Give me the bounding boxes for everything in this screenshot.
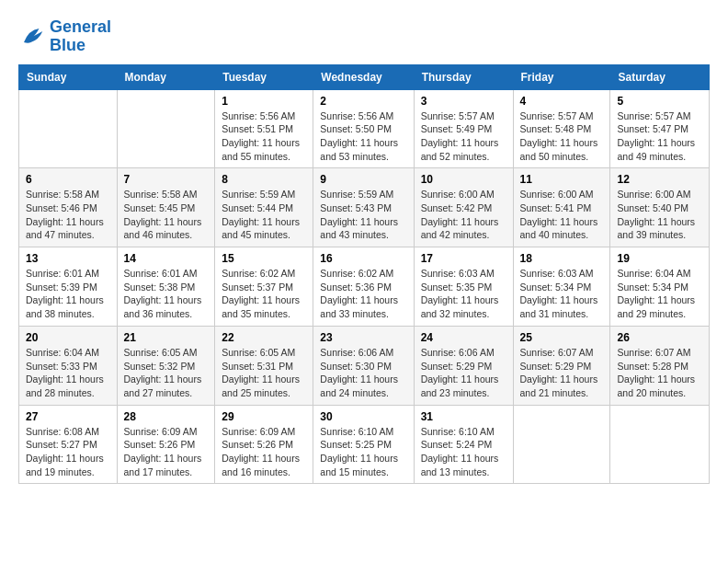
calendar-cell: 1Sunrise: 5:56 AM Sunset: 5:51 PM Daylig…	[215, 89, 313, 168]
day-number: 3	[421, 95, 506, 108]
day-number: 1	[222, 95, 306, 108]
calendar-cell: 20Sunrise: 6:04 AM Sunset: 5:33 PM Dayli…	[19, 326, 118, 405]
calendar-cell: 26Sunrise: 6:07 AM Sunset: 5:28 PM Dayli…	[610, 326, 710, 405]
calendar-cell	[117, 89, 215, 168]
day-of-week-header: Saturday	[610, 64, 710, 89]
calendar-cell: 22Sunrise: 6:05 AM Sunset: 5:31 PM Dayli…	[215, 326, 313, 405]
day-number: 8	[222, 173, 306, 186]
day-info: Sunrise: 6:02 AM Sunset: 5:37 PM Dayligh…	[222, 267, 306, 321]
calendar-cell: 31Sunrise: 6:10 AM Sunset: 5:24 PM Dayli…	[414, 405, 513, 484]
day-number: 12	[617, 173, 702, 186]
calendar-cell: 11Sunrise: 6:00 AM Sunset: 5:41 PM Dayli…	[513, 168, 610, 247]
calendar-cell: 14Sunrise: 6:01 AM Sunset: 5:38 PM Dayli…	[117, 247, 215, 327]
calendar-cell: 23Sunrise: 6:06 AM Sunset: 5:30 PM Dayli…	[313, 326, 414, 405]
calendar-cell: 6Sunrise: 5:58 AM Sunset: 5:46 PM Daylig…	[19, 168, 118, 247]
day-info: Sunrise: 6:10 AM Sunset: 5:24 PM Dayligh…	[421, 425, 506, 479]
calendar-cell: 2Sunrise: 5:56 AM Sunset: 5:50 PM Daylig…	[313, 89, 414, 168]
day-number: 17	[421, 252, 506, 265]
day-number: 22	[222, 331, 306, 344]
day-number: 27	[26, 410, 110, 423]
day-info: Sunrise: 6:09 AM Sunset: 5:26 PM Dayligh…	[124, 425, 209, 479]
day-number: 9	[320, 173, 406, 186]
calendar-header-row: SundayMondayTuesdayWednesdayThursdayFrid…	[19, 64, 710, 89]
day-number: 24	[421, 331, 506, 344]
day-info: Sunrise: 6:05 AM Sunset: 5:31 PM Dayligh…	[222, 346, 306, 400]
calendar-week-row: 27Sunrise: 6:08 AM Sunset: 5:27 PM Dayli…	[19, 405, 710, 484]
day-info: Sunrise: 5:57 AM Sunset: 5:47 PM Dayligh…	[617, 109, 702, 164]
day-info: Sunrise: 6:03 AM Sunset: 5:34 PM Dayligh…	[520, 267, 604, 321]
calendar-cell: 17Sunrise: 6:03 AM Sunset: 5:35 PM Dayli…	[414, 247, 513, 327]
day-info: Sunrise: 6:04 AM Sunset: 5:34 PM Dayligh…	[617, 267, 702, 321]
day-info: Sunrise: 5:57 AM Sunset: 5:48 PM Dayligh…	[520, 109, 604, 164]
calendar-cell	[513, 405, 610, 484]
calendar-cell	[610, 405, 710, 484]
day-info: Sunrise: 6:06 AM Sunset: 5:29 PM Dayligh…	[421, 346, 506, 400]
day-number: 16	[320, 252, 406, 265]
day-info: Sunrise: 5:59 AM Sunset: 5:44 PM Dayligh…	[222, 188, 306, 242]
day-number: 7	[124, 173, 209, 186]
day-info: Sunrise: 5:59 AM Sunset: 5:43 PM Dayligh…	[320, 188, 406, 242]
day-of-week-header: Sunday	[19, 64, 118, 89]
logo-text: General Blue	[50, 18, 111, 55]
calendar-cell: 15Sunrise: 6:02 AM Sunset: 5:37 PM Dayli…	[215, 247, 313, 327]
page-header: General Blue	[18, 18, 710, 55]
day-info: Sunrise: 6:00 AM Sunset: 5:41 PM Dayligh…	[520, 188, 604, 242]
day-info: Sunrise: 6:03 AM Sunset: 5:35 PM Dayligh…	[421, 267, 506, 321]
calendar-cell: 25Sunrise: 6:07 AM Sunset: 5:29 PM Dayli…	[513, 326, 610, 405]
day-info: Sunrise: 6:07 AM Sunset: 5:29 PM Dayligh…	[520, 346, 604, 400]
day-number: 6	[26, 173, 110, 186]
day-info: Sunrise: 6:07 AM Sunset: 5:28 PM Dayligh…	[617, 346, 702, 400]
calendar-week-row: 6Sunrise: 5:58 AM Sunset: 5:46 PM Daylig…	[19, 168, 710, 247]
calendar-cell: 28Sunrise: 6:09 AM Sunset: 5:26 PM Dayli…	[117, 405, 215, 484]
day-info: Sunrise: 6:09 AM Sunset: 5:26 PM Dayligh…	[222, 425, 306, 479]
day-number: 31	[421, 410, 506, 423]
logo-icon	[18, 23, 46, 51]
day-number: 29	[222, 410, 306, 423]
calendar-cell: 18Sunrise: 6:03 AM Sunset: 5:34 PM Dayli…	[513, 247, 610, 327]
calendar-cell: 9Sunrise: 5:59 AM Sunset: 5:43 PM Daylig…	[313, 168, 414, 247]
day-of-week-header: Friday	[513, 64, 610, 89]
calendar-cell: 8Sunrise: 5:59 AM Sunset: 5:44 PM Daylig…	[215, 168, 313, 247]
day-number: 19	[617, 252, 702, 265]
calendar-cell: 24Sunrise: 6:06 AM Sunset: 5:29 PM Dayli…	[414, 326, 513, 405]
day-number: 4	[520, 95, 604, 108]
calendar-cell: 27Sunrise: 6:08 AM Sunset: 5:27 PM Dayli…	[19, 405, 118, 484]
calendar-week-row: 13Sunrise: 6:01 AM Sunset: 5:39 PM Dayli…	[19, 247, 710, 327]
calendar-cell: 16Sunrise: 6:02 AM Sunset: 5:36 PM Dayli…	[313, 247, 414, 327]
day-info: Sunrise: 6:00 AM Sunset: 5:40 PM Dayligh…	[617, 188, 702, 242]
calendar-cell: 19Sunrise: 6:04 AM Sunset: 5:34 PM Dayli…	[610, 247, 710, 327]
day-number: 23	[320, 331, 406, 344]
day-number: 11	[520, 173, 604, 186]
day-info: Sunrise: 6:05 AM Sunset: 5:32 PM Dayligh…	[124, 346, 209, 400]
calendar-table: SundayMondayTuesdayWednesdayThursdayFrid…	[18, 64, 710, 485]
day-info: Sunrise: 6:04 AM Sunset: 5:33 PM Dayligh…	[26, 346, 110, 400]
calendar-week-row: 20Sunrise: 6:04 AM Sunset: 5:33 PM Dayli…	[19, 326, 710, 405]
calendar-cell: 21Sunrise: 6:05 AM Sunset: 5:32 PM Dayli…	[117, 326, 215, 405]
calendar-cell	[19, 89, 118, 168]
day-number: 21	[124, 331, 209, 344]
day-number: 26	[617, 331, 702, 344]
day-info: Sunrise: 6:02 AM Sunset: 5:36 PM Dayligh…	[320, 267, 406, 321]
calendar-cell: 3Sunrise: 5:57 AM Sunset: 5:49 PM Daylig…	[414, 89, 513, 168]
day-number: 18	[520, 252, 604, 265]
calendar-cell: 13Sunrise: 6:01 AM Sunset: 5:39 PM Dayli…	[19, 247, 118, 327]
day-info: Sunrise: 6:01 AM Sunset: 5:39 PM Dayligh…	[26, 267, 110, 321]
calendar-cell: 4Sunrise: 5:57 AM Sunset: 5:48 PM Daylig…	[513, 89, 610, 168]
day-info: Sunrise: 5:58 AM Sunset: 5:46 PM Dayligh…	[26, 188, 110, 242]
calendar-cell: 30Sunrise: 6:10 AM Sunset: 5:25 PM Dayli…	[313, 405, 414, 484]
calendar-cell: 29Sunrise: 6:09 AM Sunset: 5:26 PM Dayli…	[215, 405, 313, 484]
calendar-cell: 7Sunrise: 5:58 AM Sunset: 5:45 PM Daylig…	[117, 168, 215, 247]
day-info: Sunrise: 5:56 AM Sunset: 5:50 PM Dayligh…	[320, 109, 406, 164]
logo: General Blue	[18, 18, 111, 55]
day-of-week-header: Thursday	[414, 64, 513, 89]
day-of-week-header: Tuesday	[215, 64, 313, 89]
day-number: 25	[520, 331, 604, 344]
day-info: Sunrise: 6:01 AM Sunset: 5:38 PM Dayligh…	[124, 267, 209, 321]
day-number: 13	[26, 252, 110, 265]
day-info: Sunrise: 5:56 AM Sunset: 5:51 PM Dayligh…	[222, 109, 306, 164]
calendar-week-row: 1Sunrise: 5:56 AM Sunset: 5:51 PM Daylig…	[19, 89, 710, 168]
day-number: 20	[26, 331, 110, 344]
day-of-week-header: Wednesday	[313, 64, 414, 89]
day-info: Sunrise: 5:57 AM Sunset: 5:49 PM Dayligh…	[421, 109, 506, 164]
calendar-cell: 10Sunrise: 6:00 AM Sunset: 5:42 PM Dayli…	[414, 168, 513, 247]
